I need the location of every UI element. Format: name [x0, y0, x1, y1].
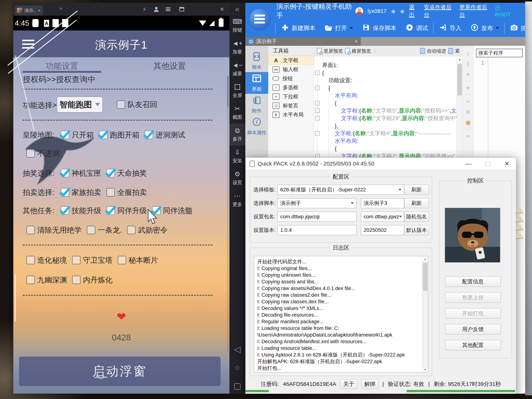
unchecked-checkbox[interactable]: [72, 256, 81, 264]
unbind-button[interactable]: 解绑: [361, 379, 378, 389]
emu-tool-settings[interactable]: ⚙设置: [229, 167, 245, 189]
checked-checkbox[interactable]: [61, 131, 69, 139]
code-line[interactable]: 水平布局:: [335, 137, 358, 145]
import-button[interactable]: 导入: [434, 23, 466, 33]
window-mode-icon[interactable]: [178, 5, 186, 13]
save-button[interactable]: 保存脚本: [357, 23, 401, 33]
android-admin-link[interactable]: 安卓作者后台: [424, 4, 455, 19]
portrait-preview-button[interactable]: 竖屏预览: [317, 48, 343, 54]
code-line[interactable]: 功能设置:: [329, 77, 352, 84]
toolbox-item-button[interactable]: 按钮: [268, 74, 314, 83]
log-area[interactable]: 开始处理代码层文件...I: Copying original files...…: [254, 256, 428, 372]
package-name-input[interactable]: com.dttwp.jqwzqi: [278, 212, 356, 222]
emu-tool-install-apk[interactable]: ⇩安装: [229, 145, 245, 167]
unchecked-checkbox[interactable]: [26, 256, 35, 264]
unchecked-checkbox[interactable]: [26, 226, 35, 234]
auto-indent-button[interactable]: 自动缩进: [420, 48, 446, 54]
unchecked-checkbox[interactable]: [117, 100, 125, 109]
fold-collapse-icon[interactable]: -: [315, 131, 320, 136]
sidebar-item-attachment[interactable]: 附件: [245, 94, 268, 116]
fold-collapse-icon[interactable]: -: [315, 101, 320, 105]
fold-collapse-icon[interactable]: -: [315, 108, 320, 113]
checked-checkbox[interactable]: [145, 131, 153, 139]
pan-hand-icon[interactable]: ✛: [463, 83, 473, 93]
camera-button[interactable]: 抓抓: [505, 23, 525, 33]
close-button[interactable]: ✕: [504, 160, 510, 167]
unchecked-checkbox[interactable]: [127, 226, 136, 234]
user-icon[interactable]: [152, 5, 160, 13]
checked-checkbox[interactable]: [99, 131, 108, 139]
emulator-tab[interactable]: 演示... ×: [15, 5, 43, 16]
ios-admin-link[interactable]: 苹果作者后台: [459, 4, 491, 19]
copy-icon[interactable]: ⧉: [463, 107, 473, 117]
code-line[interactable]: 文字框:{名称:"文字框29",显示内容:"授权查询中": [341, 114, 457, 122]
toolbox-item-hlayout[interactable]: ∥水平布局: [268, 110, 314, 119]
unchecked-checkbox[interactable]: [26, 149, 35, 158]
code-line[interactable]: {: [322, 69, 324, 77]
link-icon[interactable]: ∞: [463, 131, 473, 141]
code-line[interactable]: 文字框:{名称:"文字框5",显示内容:"授权码>>",文: [341, 107, 457, 114]
scroll-down-icon[interactable]: ▼: [422, 367, 428, 372]
logout-link[interactable]: 退出: [409, 4, 419, 19]
emu-tool-volume-up[interactable]: ◄+加量: [229, 36, 245, 58]
code-line[interactable]: },: [335, 122, 338, 130]
template-select[interactable]: 628-标准版（开机自启）-Super-0222: [278, 185, 404, 195]
window-close-icon[interactable]: ×: [218, 5, 226, 13]
feedback-button[interactable]: 用户反馈: [445, 324, 500, 335]
script-name-input[interactable]: 演示例子3: [361, 198, 404, 208]
toolbox-item-checkbox[interactable]: ✓多选框: [268, 83, 314, 92]
code-line[interactable]: 文字框:{名称:"文字框4",显示内容:"------------------: [335, 130, 451, 137]
scrollbar[interactable]: [227, 76, 228, 353]
checked-checkbox[interactable]: [106, 169, 115, 177]
vip-gem-icon[interactable]: ◈: [391, 7, 396, 15]
fold-collapse-icon[interactable]: -: [315, 70, 320, 75]
code-line[interactable]: 界面1:: [322, 62, 338, 69]
quickpack-titlebar[interactable]: Quick PACK v2.6.8.0502 - 2025/05/03 04:4…: [246, 158, 516, 170]
app-logo-icon[interactable]: [249, 9, 270, 29]
other-config-button[interactable]: 其他配置: [445, 340, 500, 350]
emu-tool-keyboard[interactable]: ⌨按键: [229, 15, 245, 36]
scroll-up-icon[interactable]: ▲: [422, 256, 428, 262]
tab-close-icon[interactable]: ×: [38, 8, 41, 13]
random-package-button[interactable]: 随机包名: [404, 212, 429, 222]
minimize-button[interactable]: —: [465, 160, 472, 167]
maximize-button[interactable]: ▢: [485, 160, 491, 167]
toolbox-item-text[interactable]: A文字框: [268, 56, 314, 65]
scrollbar-thumb[interactable]: [227, 76, 228, 107]
toolbox-item-dropdown[interactable]: ▾下拉框: [268, 92, 314, 101]
tab-close-icon[interactable]: ×: [355, 38, 358, 44]
default-version-button[interactable]: 默认版本: [404, 225, 429, 235]
version-input[interactable]: 1.0.4: [278, 225, 356, 235]
checked-checkbox[interactable]: [61, 169, 69, 177]
scroll-down-icon[interactable]: ⇩: [463, 48, 473, 59]
scroll-up-icon[interactable]: ⇧: [463, 59, 473, 69]
landscape-preview-button[interactable]: 横屏预览: [345, 48, 371, 54]
vip-gem-icon[interactable]: ◈: [400, 7, 405, 15]
unchecked-checkbox[interactable]: [26, 276, 35, 284]
tab-other-settings[interactable]: 其他设置: [110, 61, 229, 71]
scrollbar-thumb[interactable]: [423, 263, 427, 291]
build-date-input[interactable]: 20250502: [361, 225, 404, 235]
tab-func-settings[interactable]: 功能设置: [13, 61, 110, 71]
publish-button[interactable]: 发布: [466, 23, 504, 33]
start-pack-button[interactable]: 开始打包: [445, 308, 500, 319]
func-dropdown[interactable]: 智能跑图: [57, 96, 103, 113]
refresh-template-button[interactable]: 刷新: [404, 185, 429, 195]
fold-collapse-icon[interactable]: -: [315, 116, 320, 120]
folder-open-button[interactable]: 打开: [320, 23, 357, 33]
code-line[interactable]: {: [335, 145, 336, 152]
emu-tool-multi-window[interactable]: ⧉多开: [229, 124, 245, 145]
boost-lightning-icon[interactable]: ⚡: [140, 5, 149, 13]
document-tab[interactable]: 演示例子 ×: [245, 37, 361, 46]
subroutine-search-input[interactable]: [476, 49, 523, 57]
emu-tool-volume-down[interactable]: ◄−减量: [229, 58, 245, 80]
emu-tool-screenshot[interactable]: ✂截图: [229, 102, 245, 124]
extra-close-icon[interactable]: ×: [59, 6, 63, 12]
toolbox-item-input[interactable]: ab|输入框: [268, 65, 314, 74]
unchecked-checkbox[interactable]: [87, 226, 95, 234]
toolbox-item-tabpage[interactable]: ❏标签页: [268, 101, 314, 110]
code-line[interactable]: {: [335, 99, 336, 107]
unchecked-checkbox[interactable]: [106, 188, 115, 196]
log-scrollbar[interactable]: ▲ ▼: [422, 256, 428, 372]
collapse-sidebar-button[interactable]: «: [229, 5, 245, 13]
